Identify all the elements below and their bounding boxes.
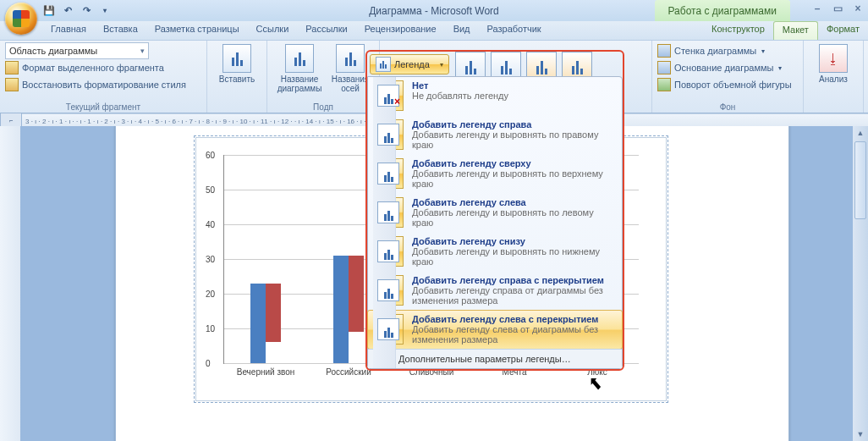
y-tick-label: 50 [206, 185, 215, 195]
y-tick-label: 10 [206, 324, 215, 334]
tab-insert[interactable]: Вставка [95, 21, 146, 40]
tab-developer[interactable]: Разработчик [479, 21, 550, 40]
legend-option-5[interactable]: Добавить легенду справа с перекрытиемДоб… [368, 272, 622, 311]
chart-wall-icon [657, 44, 671, 58]
rotate-3d-icon [657, 78, 671, 91]
legend-option-4[interactable]: Добавить легенду снизуДобавить легенду и… [368, 233, 622, 272]
legend-option-icon [373, 236, 404, 267]
y-tick-label: 20 [206, 289, 215, 299]
legend-option-icon [373, 158, 404, 189]
format-selection-icon [5, 61, 19, 74]
legend-menu: ×НетНе добавлять легендуДобавить легенду… [367, 76, 623, 369]
scroll-up-icon[interactable]: ▲ [853, 126, 868, 140]
title-bar: 💾 ↶ ↷ ▾ Диаграмма - Microsoft Word Работ… [0, 0, 868, 21]
legend-option-0[interactable]: ×НетНе добавлять легенду [368, 77, 622, 116]
insert-icon [222, 44, 251, 73]
legend-option-icon [373, 314, 404, 345]
bar[interactable] [266, 284, 281, 343]
y-tick-label: 0 [206, 359, 211, 368]
insert-button[interactable]: Вставить [217, 42, 256, 84]
chart-floor-button[interactable]: Основание диаграммы▾ [657, 59, 798, 76]
analysis-icon: ⭳ [819, 44, 848, 73]
tab-layout[interactable]: Макет [773, 21, 818, 40]
qat-more-icon[interactable]: ▾ [98, 4, 112, 18]
legend-option-2[interactable]: Добавить легенду сверхуДобавить легенду … [368, 155, 622, 194]
save-icon[interactable]: 💾 [42, 4, 56, 18]
ribbon-tabs: Главная Вставка Разметка страницы Ссылки… [0, 21, 868, 41]
legend-option-icon: × [373, 80, 404, 111]
group-label-background: Фон [652, 102, 803, 112]
quick-access-toolbar: 💾 ↶ ↷ ▾ [42, 4, 112, 18]
window-title: Диаграмма - Microsoft Word [369, 5, 499, 17]
tab-page-layout[interactable]: Разметка страницы [146, 21, 248, 40]
y-tick-label: 40 [206, 220, 215, 229]
bar[interactable] [333, 256, 349, 363]
scroll-thumb[interactable] [854, 141, 866, 219]
chart-wall-button[interactable]: Стенка диаграммы▾ [657, 42, 798, 59]
legend-dropdown-highlight: Легенда ×НетНе добавлять легендуДобавить… [365, 50, 624, 371]
chart-title-button[interactable]: Название диаграммы [272, 42, 327, 111]
legend-option-icon [373, 119, 404, 150]
close-button[interactable]: × [851, 3, 865, 14]
x-tick-label: Российский [326, 367, 371, 377]
legend-option-icon [373, 197, 404, 228]
legend-more-options[interactable]: Дополнительные параметры легенды… [368, 349, 622, 368]
undo-icon[interactable]: ↶ [61, 4, 74, 18]
legend-option-6[interactable]: Добавить легенду слева с перекрытиемДоба… [367, 310, 623, 350]
legend-icon [376, 57, 391, 72]
chart-floor-icon [657, 61, 671, 74]
tab-review[interactable]: Рецензирование [356, 21, 445, 40]
tab-references[interactable]: Ссылки [248, 21, 298, 40]
legend-option-3[interactable]: Добавить легенду слеваДобавить легенду и… [368, 194, 622, 233]
y-tick-label: 60 [206, 151, 215, 160]
chart-elements-combo[interactable]: Область диаграммы [5, 42, 149, 59]
restore-button[interactable]: ▭ [831, 3, 844, 14]
office-button[interactable] [5, 3, 37, 35]
analysis-button[interactable]: ⭳ Анализ [814, 42, 853, 84]
contextual-tab-label: Работа с диаграммами [655, 0, 791, 21]
tab-design[interactable]: Конструктор [703, 21, 773, 40]
reset-style-icon [5, 78, 19, 91]
tab-home[interactable]: Главная [42, 21, 95, 40]
x-tick-label: Вечерний звон [237, 367, 295, 377]
legend-button[interactable]: Легенда [370, 54, 449, 74]
tab-mailings[interactable]: Рассылки [297, 21, 355, 40]
group-label-labels: Подп [267, 102, 379, 112]
legend-option-1[interactable]: Добавить легенду справаДобавить легенду … [368, 116, 622, 155]
group-label-current: Текущий фрагмент [0, 102, 206, 112]
tab-format[interactable]: Формат [818, 21, 868, 40]
vertical-ruler[interactable] [0, 126, 21, 441]
axis-titles-icon [336, 44, 365, 73]
chart-title-icon [285, 44, 314, 73]
bar[interactable] [349, 256, 364, 332]
redo-icon[interactable]: ↷ [80, 4, 93, 18]
tab-view[interactable]: Вид [445, 21, 479, 40]
scroll-down-icon[interactable]: ▼ [853, 427, 868, 441]
format-selection-button[interactable]: Формат выделенного фрагмента [5, 59, 201, 76]
y-tick-label: 30 [206, 255, 215, 264]
legend-option-icon [373, 275, 404, 306]
vertical-scrollbar[interactable]: ▲ ▼ [853, 126, 868, 441]
minimize-button[interactable]: – [810, 3, 824, 14]
reset-style-button[interactable]: Восстановить форматирование стиля [5, 76, 201, 93]
bar[interactable] [250, 284, 266, 363]
rotate-3d-button[interactable]: Поворот объемной фигуры [657, 76, 798, 93]
